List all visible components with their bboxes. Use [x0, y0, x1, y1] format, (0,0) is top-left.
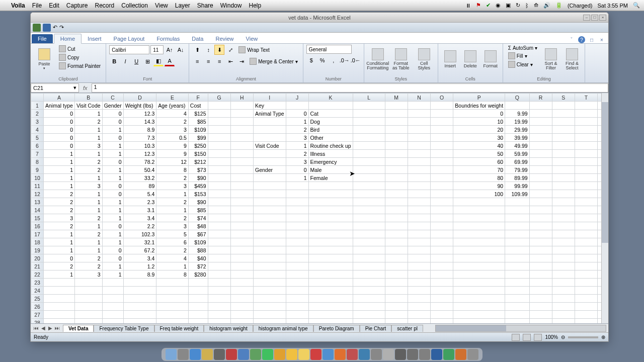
- cell-L28[interactable]: [353, 319, 385, 324]
- cell-T24[interactable]: [575, 287, 597, 295]
- cell-Q2[interactable]: 9.99: [505, 110, 530, 118]
- cell-A8[interactable]: 1: [44, 158, 75, 166]
- cell-J24[interactable]: [286, 287, 308, 295]
- cell-J3[interactable]: 1: [286, 118, 308, 126]
- col-header-Q[interactable]: Q: [505, 94, 530, 102]
- cell-R21[interactable]: [529, 262, 552, 270]
- horizontal-scrollbar[interactable]: [435, 325, 606, 332]
- cell-E13[interactable]: 2: [156, 198, 189, 206]
- cell-N26[interactable]: [408, 303, 430, 311]
- border-button[interactable]: ⊞: [142, 56, 152, 66]
- cell-E9[interactable]: 8: [156, 166, 189, 174]
- cell-E1[interactable]: Age (years): [156, 102, 189, 110]
- cell-S5[interactable]: [552, 134, 575, 142]
- cell-B11[interactable]: 3: [74, 182, 102, 190]
- cell-A2[interactable]: 0: [44, 110, 75, 118]
- cell-K4[interactable]: Bird: [308, 126, 353, 134]
- cell-C7[interactable]: 1: [102, 150, 123, 158]
- cell-I8[interactable]: [253, 158, 286, 166]
- cell-L20[interactable]: [353, 254, 385, 262]
- col-header-A[interactable]: A: [44, 94, 75, 102]
- check-icon[interactable]: ✔: [486, 2, 491, 9]
- cell-R23[interactable]: [529, 279, 552, 287]
- cell-O13[interactable]: [431, 198, 453, 206]
- cell-I15[interactable]: [253, 214, 286, 222]
- cell-H20[interactable]: [230, 254, 253, 262]
- cell-O6[interactable]: [431, 142, 453, 150]
- cell-J7[interactable]: 2: [286, 150, 308, 158]
- cell-N20[interactable]: [408, 254, 430, 262]
- cell-O26[interactable]: [431, 303, 453, 311]
- cell-T20[interactable]: [575, 254, 597, 262]
- cell-P23[interactable]: [453, 279, 505, 287]
- cell-O8[interactable]: [431, 158, 453, 166]
- menu-window[interactable]: Window: [220, 2, 242, 9]
- cell-P22[interactable]: [453, 270, 505, 279]
- row-header-2[interactable]: 2: [31, 110, 44, 118]
- cell-F6[interactable]: $250: [188, 142, 208, 150]
- cell-G16[interactable]: [208, 222, 230, 230]
- cell-L27[interactable]: [353, 311, 385, 319]
- cell-I25[interactable]: [253, 295, 286, 303]
- italic-button[interactable]: I: [120, 56, 130, 66]
- cell-P28[interactable]: [453, 319, 505, 324]
- cell-H13[interactable]: [230, 198, 253, 206]
- cell-A25[interactable]: [44, 295, 75, 303]
- cell-L15[interactable]: [353, 214, 385, 222]
- cell-I17[interactable]: [253, 230, 286, 238]
- cell-F21[interactable]: $72: [188, 262, 208, 270]
- cell-N11[interactable]: [408, 182, 430, 190]
- cell-S22[interactable]: [552, 270, 575, 279]
- dock-app[interactable]: [226, 349, 237, 360]
- cell-K9[interactable]: Male: [308, 166, 353, 174]
- cell-H6[interactable]: [230, 142, 253, 150]
- cell-B5[interactable]: 1: [74, 134, 102, 142]
- cell-O20[interactable]: [431, 254, 453, 262]
- autosum-button[interactable]: ΣAutoSum▾: [506, 45, 539, 51]
- cell-H4[interactable]: [230, 126, 253, 134]
- cell-T15[interactable]: [575, 214, 597, 222]
- undo-button[interactable]: ↶: [53, 24, 57, 31]
- cell-C27[interactable]: [102, 311, 123, 319]
- cell-T8[interactable]: [575, 158, 597, 166]
- cell-F26[interactable]: [188, 303, 208, 311]
- cell-K11[interactable]: [308, 182, 353, 190]
- cell-R24[interactable]: [529, 287, 552, 295]
- cell-B21[interactable]: 2: [74, 262, 102, 270]
- menu-layer[interactable]: Layer: [175, 2, 190, 9]
- cell-M27[interactable]: [385, 311, 408, 319]
- dock-app[interactable]: [262, 349, 273, 360]
- cell-S13[interactable]: [552, 198, 575, 206]
- font-size-select[interactable]: [150, 45, 164, 54]
- cell-T3[interactable]: [575, 118, 597, 126]
- cell-C12[interactable]: 0: [102, 190, 123, 198]
- format-cells-button[interactable]: Format: [481, 45, 500, 74]
- cell-H17[interactable]: [230, 230, 253, 238]
- dock-app[interactable]: [359, 349, 370, 360]
- cell-H2[interactable]: [230, 110, 253, 118]
- row-header-20[interactable]: 20: [31, 254, 44, 262]
- row-header-14[interactable]: 14: [31, 206, 44, 214]
- cell-J20[interactable]: [286, 254, 308, 262]
- cell-T14[interactable]: [575, 206, 597, 214]
- cell-P27[interactable]: [453, 311, 505, 319]
- cell-H27[interactable]: [230, 311, 253, 319]
- cell-A13[interactable]: 2: [44, 198, 75, 206]
- cell-T25[interactable]: [575, 295, 597, 303]
- cell-P20[interactable]: [453, 254, 505, 262]
- cell-L14[interactable]: [353, 206, 385, 214]
- cell-D21[interactable]: 1.2: [123, 262, 156, 270]
- sheet-nav-last[interactable]: ⏭: [54, 325, 61, 331]
- cell-S19[interactable]: [552, 246, 575, 254]
- cell-I3[interactable]: [253, 118, 286, 126]
- cell-A22[interactable]: 1: [44, 270, 75, 279]
- cell-K27[interactable]: [308, 311, 353, 319]
- cell-H18[interactable]: [230, 238, 253, 246]
- cell-F13[interactable]: $90: [188, 198, 208, 206]
- decrease-indent-button[interactable]: ⇤: [225, 56, 235, 66]
- cell-I14[interactable]: [253, 206, 286, 214]
- cell-Q15[interactable]: [505, 214, 530, 222]
- underline-button[interactable]: U: [131, 56, 141, 66]
- cell-G5[interactable]: [208, 134, 230, 142]
- cell-R9[interactable]: [529, 166, 552, 174]
